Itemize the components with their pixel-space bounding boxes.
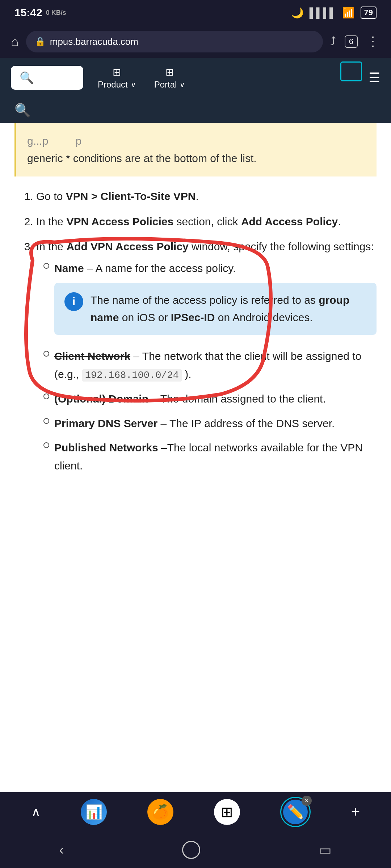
url-text: mpus.barracuda.com <box>50 36 314 47</box>
portal-grid-icon: ⊞ <box>165 66 174 78</box>
share-icon[interactable]: ⤴ <box>330 35 336 48</box>
sub-item-name: Name – A name for the access policy. i T… <box>43 259 377 341</box>
orange-icon: 🍊 <box>152 804 169 820</box>
nav-item-product[interactable]: ⊞ Product ∨ <box>98 66 136 90</box>
browser-bar: ⌂ 🔒 mpus.barracuda.com ⤴ 6 ⋮ <box>0 25 391 58</box>
active-app-icon: ✏️ <box>287 804 304 820</box>
bullet-domain <box>43 393 49 399</box>
teal-box <box>340 61 362 81</box>
bullet-name <box>43 263 49 269</box>
status-kb: 0 KB/s <box>46 9 66 17</box>
sub-item-domain-content: (Optional) Domain – The domain assigned … <box>54 390 326 408</box>
home-circle-button[interactable] <box>182 841 200 859</box>
product-chevron-icon: ∨ <box>131 80 136 89</box>
sub-item-dns-content: Primary DNS Server – The IP address of t… <box>54 414 335 433</box>
warning-text: generic * conditions are at the bottom o… <box>27 152 257 164</box>
sub-item-client-network: Client Network – The network that the cl… <box>43 347 377 383</box>
more-icon[interactable]: ⋮ <box>366 34 380 49</box>
info-box: i The name of the access policy is refer… <box>54 283 377 335</box>
status-left: 15:42 0 KB/s <box>14 7 66 19</box>
step-2: In the VPN Access Policies section, clic… <box>36 213 377 231</box>
step-3: In the Add VPN Access Policy window, spe… <box>36 238 377 475</box>
step-1: Go to VPN > Client-To-Site VPN. <box>36 187 377 205</box>
nav-bar: 🔍 ⊞ Product ∨ ⊞ Portal ∨ ☰ <box>0 58 391 98</box>
nav-item-portal[interactable]: ⊞ Portal ∨ <box>154 66 185 90</box>
warning-box: g...p p generic * conditions are at the … <box>14 123 377 176</box>
taskbar-app-1[interactable]: 📊 <box>81 799 107 825</box>
sub-item-dns: Primary DNS Server – The IP address of t… <box>43 414 377 433</box>
nav-items: ⊞ Product ∨ ⊞ Portal ∨ <box>98 66 185 90</box>
lock-icon: 🔒 <box>35 37 46 47</box>
search-row-icon[interactable]: 🔍 <box>14 103 31 118</box>
active-tab[interactable]: × ✏️ <box>280 797 311 827</box>
home-button[interactable]: ⌂ <box>11 34 19 49</box>
tabs-count[interactable]: 6 <box>345 35 358 48</box>
status-right: 🌙 ▌▌▌▌ 📶 79 <box>291 7 377 19</box>
portal-label: Portal <box>154 80 177 90</box>
chart-icon: 📊 <box>85 804 102 820</box>
status-time: 15:42 <box>14 7 42 19</box>
sub-item-optional-domain: (Optional) Domain – The domain assigned … <box>43 390 377 408</box>
sub-item-name-content: Name – A name for the access policy. i T… <box>54 259 377 341</box>
taskbar-chevron-icon[interactable]: ∧ <box>31 804 41 820</box>
nav-search-box[interactable]: 🔍 <box>11 66 83 90</box>
search-row: 🔍 <box>0 98 391 123</box>
bullet-dns <box>43 418 49 424</box>
wifi-icon: 📶 <box>342 7 355 19</box>
bottom-nav: ‹ ▭ <box>0 832 391 868</box>
product-grid-icon: ⊞ <box>113 66 121 78</box>
info-icon: i <box>64 292 83 311</box>
bullet-published <box>43 442 49 448</box>
hamburger-icon[interactable]: ☰ <box>369 70 380 85</box>
url-bar[interactable]: 🔒 mpus.barracuda.com <box>26 31 323 52</box>
close-icon: × <box>305 797 309 805</box>
back-button[interactable]: ‹ <box>59 842 64 858</box>
signal-icon: ▌▌▌▌ <box>310 7 336 18</box>
product-label: Product <box>98 80 128 90</box>
sub-item-client-network-content: Client Network – The network that the cl… <box>54 347 377 383</box>
square-button[interactable]: ▭ <box>319 842 332 858</box>
windows-icon: ⊞ <box>221 804 233 820</box>
code-ip: 192.168.100.0/24 <box>82 369 182 382</box>
bullet-client-network <box>43 351 49 357</box>
add-tab-button[interactable]: + <box>351 803 360 821</box>
nav-search-icon: 🔍 <box>20 71 34 85</box>
taskbar-app-3[interactable]: ⊞ <box>214 799 240 825</box>
sub-item-published-networks: Published Networks –The local networks a… <box>43 439 377 475</box>
info-text: The name of the access policy is referre… <box>91 292 366 326</box>
sub-item-published-content: Published Networks –The local networks a… <box>54 439 377 475</box>
numbered-list: Go to VPN > Client-To-Site VPN. In the V… <box>14 187 377 475</box>
browser-actions: ⤴ 6 ⋮ <box>330 34 380 49</box>
main-content: g...p p generic * conditions are at the … <box>0 123 391 475</box>
battery-indicator: 79 <box>361 7 377 19</box>
close-badge[interactable]: × <box>302 796 312 806</box>
warning-text-partial: g...p p <box>27 135 81 147</box>
taskbar-app-2[interactable]: 🍊 <box>147 799 173 825</box>
portal-chevron-icon: ∨ <box>180 80 185 89</box>
status-bar: 15:42 0 KB/s 🌙 ▌▌▌▌ 📶 79 <box>0 0 391 25</box>
taskbar: ∧ 📊 🍊 ⊞ × ✏️ + <box>0 792 391 832</box>
moon-icon: 🌙 <box>291 7 304 19</box>
